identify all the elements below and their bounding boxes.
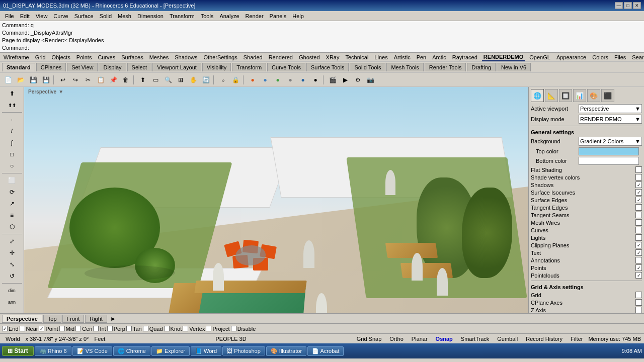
box-tool[interactable]: □ xyxy=(1,149,23,160)
tb-artistic[interactable]: Artistic xyxy=(392,54,412,61)
lights-checkbox[interactable] xyxy=(635,234,642,241)
snap-vertex[interactable]: Vertex xyxy=(183,326,205,332)
tb-objects[interactable]: Objects xyxy=(50,54,72,61)
status-gridsnap[interactable]: Grid Snap xyxy=(354,335,384,342)
lock-button[interactable]: 🔒 xyxy=(229,74,242,85)
menu-view[interactable]: View xyxy=(33,12,51,20)
menu-surface[interactable]: Surface xyxy=(71,12,97,20)
snap-project-checkbox[interactable] xyxy=(206,326,211,331)
transform-tool[interactable]: ⤢ xyxy=(1,236,23,247)
tab-mesh-tools[interactable]: Mesh Tools xyxy=(386,63,423,71)
text-checkbox[interactable] xyxy=(635,249,642,256)
copy-button[interactable]: 📋 xyxy=(95,74,107,85)
tb-files[interactable]: Files xyxy=(613,54,627,61)
color2-button[interactable]: ● xyxy=(259,74,271,85)
snap-disable[interactable]: Disable xyxy=(231,326,256,332)
status-osnap[interactable]: Osnap xyxy=(433,335,455,342)
menu-render[interactable]: Render xyxy=(243,12,267,20)
grid-checkbox[interactable] xyxy=(635,292,642,298)
display-mode-dropdown[interactable]: RENDER DEMO ▼ xyxy=(579,115,642,124)
snap-perp-checkbox[interactable] xyxy=(107,326,113,331)
command-line-5[interactable]: Command: xyxy=(2,44,642,52)
tb-opengl[interactable]: OpenGL xyxy=(528,54,552,61)
tb-rendered[interactable]: Rendered xyxy=(267,54,294,61)
annotate-tool[interactable]: ann xyxy=(1,297,23,308)
snap-point[interactable]: ✓ Point xyxy=(39,326,58,332)
tab-display[interactable]: Display xyxy=(99,63,126,71)
tb-other[interactable]: OtherSettings xyxy=(202,54,238,61)
bottom-color-swatch[interactable] xyxy=(579,157,639,165)
color5-button[interactable]: ● xyxy=(297,74,309,85)
snap-quad[interactable]: Quad xyxy=(143,326,163,332)
tb-meshes[interactable]: Meshes xyxy=(148,54,171,61)
save-button[interactable]: 💾 xyxy=(27,74,39,85)
tb-wireframe[interactable]: Wireframe xyxy=(2,54,31,61)
tb-shaded[interactable]: Shaded xyxy=(242,54,264,61)
tb-renderdemo[interactable]: RENDERDEMO xyxy=(482,53,525,61)
snap-project[interactable]: Project xyxy=(206,326,229,332)
window-controls[interactable]: — □ ✕ xyxy=(615,2,641,9)
tb-searchpaths[interactable]: SearchPaths xyxy=(630,54,644,61)
active-viewport-dropdown[interactable]: Perspective ▼ xyxy=(579,104,642,113)
zoom-extent-button[interactable]: ⊞ xyxy=(175,74,187,85)
pointclouds-checkbox[interactable] xyxy=(635,272,642,279)
tab-viewport-layout[interactable]: Viewport Layout xyxy=(152,63,201,71)
tb-technical[interactable]: Technical xyxy=(344,54,370,61)
minimize-button[interactable]: — xyxy=(615,2,623,9)
status-planar[interactable]: Planar xyxy=(409,335,430,342)
zoom-window-button[interactable]: 🔍 xyxy=(162,74,174,85)
pan-button[interactable]: ✋ xyxy=(187,74,199,85)
tab-visibility[interactable]: Visibility xyxy=(202,63,231,71)
tb-arctic[interactable]: Arctic xyxy=(431,54,448,61)
shadows-checkbox[interactable] xyxy=(635,182,642,188)
snap-tan[interactable]: Tan xyxy=(126,326,142,332)
tb-appearance[interactable]: Appearance xyxy=(555,54,588,61)
redo-button[interactable]: ↪ xyxy=(69,74,82,85)
start-button[interactable]: ⊞ Start xyxy=(2,346,34,356)
maximize-button[interactable]: □ xyxy=(624,2,632,9)
curve-tool[interactable]: ∫ xyxy=(1,137,23,148)
tb-lines[interactable]: Lines xyxy=(373,54,389,61)
snap-cen[interactable]: Cen xyxy=(75,326,92,332)
circle-tool[interactable]: ○ xyxy=(1,160,23,171)
rotate-tool-left[interactable]: ↺ xyxy=(1,270,23,282)
tb-xray[interactable]: XRay xyxy=(325,54,341,61)
line-tool[interactable]: / xyxy=(1,126,23,137)
tab-render-tools[interactable]: Render Tools xyxy=(425,63,466,71)
scale-tool[interactable]: ⤡ xyxy=(1,259,23,270)
menu-file[interactable]: File xyxy=(2,12,17,20)
clipping-planes-checkbox[interactable] xyxy=(635,242,642,248)
menu-curve[interactable]: Curve xyxy=(50,12,71,20)
shade-vertex-checkbox[interactable] xyxy=(635,174,642,180)
select-tool-2[interactable]: ⬆⬆ xyxy=(1,100,23,111)
snap-end[interactable]: ✓ End xyxy=(2,326,19,332)
viewport-arrow[interactable]: ▼ xyxy=(58,89,63,95)
menu-transform[interactable]: Transform xyxy=(167,12,198,20)
tangent-edges-checkbox[interactable] xyxy=(635,204,642,211)
menu-tools[interactable]: Tools xyxy=(198,12,217,20)
tab-solid-tools[interactable]: Solid Tools xyxy=(350,63,385,71)
cplane-axes-checkbox[interactable] xyxy=(635,299,642,306)
menu-solid[interactable]: Solid xyxy=(97,12,115,20)
task-acrobat[interactable]: 📄 Acrobat xyxy=(307,346,344,356)
tab-select[interactable]: Select xyxy=(127,63,152,71)
render-button[interactable]: 🎬 xyxy=(327,74,339,85)
paste-button[interactable]: 📌 xyxy=(107,74,119,85)
rotate-button[interactable]: 🔄 xyxy=(200,74,212,85)
view-tab-front[interactable]: Front xyxy=(62,315,85,323)
view-tab-perspective[interactable]: Perspective xyxy=(2,315,42,323)
menu-panels[interactable]: Panels xyxy=(267,12,290,20)
flat-shading-checkbox[interactable] xyxy=(635,166,642,173)
view-tabs-arrow[interactable]: ► xyxy=(108,315,118,322)
menu-mesh[interactable]: Mesh xyxy=(115,12,134,20)
menu-help[interactable]: Help xyxy=(289,12,307,20)
annotations-checkbox[interactable] xyxy=(635,257,642,263)
move-tool[interactable]: ✛ xyxy=(1,247,23,258)
snap-mid-checkbox[interactable] xyxy=(59,326,65,331)
snap-int[interactable]: Int xyxy=(93,326,106,332)
status-world[interactable]: World xyxy=(3,335,23,342)
color4-button[interactable]: ● xyxy=(284,74,296,85)
color6-button[interactable]: ● xyxy=(309,74,321,85)
save-small-button[interactable]: 💾 xyxy=(40,74,52,85)
mesh-tool[interactable]: ⬡ xyxy=(1,221,23,232)
